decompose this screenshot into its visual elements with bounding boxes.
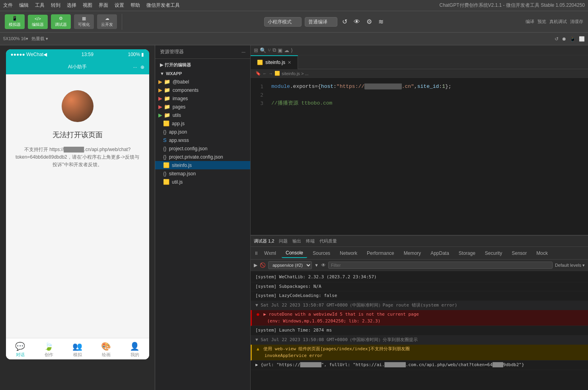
tab-simulate[interactable]: 👥 模拟 [72,341,82,358]
tab-dialog[interactable]: 💬 对话 [15,341,25,358]
expand-icon[interactable]: ⟩ [291,47,293,53]
menu-edit[interactable]: 编辑 [19,2,29,9]
file-sitemap-json[interactable]: {} sitemap.json [155,169,250,178]
project-private-icon: {} [163,154,167,160]
tab-siteinfo-js[interactable]: 🟨 siteinfo.js ✕ [251,55,298,69]
line-num-3: 3 [254,99,263,108]
project-private-name: project.private.config.json [169,154,223,160]
folder-babel[interactable]: ▶ 📁 @babel [155,78,250,86]
devtools-panel: 调试器 1,2 问题 输出 终端 代码质量 ⏸ Wxml Console Sou… [251,235,588,390]
search-icon[interactable]: 🔍 [260,47,266,53]
console-line-2: [system] Subpackages: N/A [251,282,588,292]
real-debug-button[interactable]: ⚙ [365,16,374,27]
split-icon[interactable]: ⊞ [254,47,258,53]
tab-memory[interactable]: Memory [400,249,425,258]
devtools-top-tab-debugger[interactable]: 调试器 1,2 [254,238,274,244]
run-icon[interactable]: ▶ [254,262,257,268]
compile-select[interactable]: 普通编译 [305,17,337,27]
camera-icon[interactable]: ⊕ [140,64,144,70]
clear-label: 清缓存 [570,19,583,25]
cloud-button[interactable]: ☁ 云开发 [97,14,117,29]
refresh-icon[interactable]: ↺ [555,36,559,42]
menu-goto[interactable]: 转到 [51,2,60,9]
app-json-icon: {} [163,129,167,135]
menu-interface[interactable]: 界面 [99,2,108,9]
phone-frame-icon[interactable]: 📱 [570,36,576,42]
tab-performance[interactable]: Performance [363,249,398,258]
toolbar-right: 编译 预览 真机调试 清缓存 [526,19,583,25]
code-area[interactable]: module.exports={host:"https://██████████… [267,78,588,235]
folder-images[interactable]: ▶ 📁 images [155,94,250,103]
file-app-js[interactable]: 🟨 app.js [155,119,250,128]
file-util-js[interactable]: 🟨 util.js [155,178,250,186]
folder-components-name: components [173,87,199,93]
menu-wechat-devtools[interactable]: 微信开发者工具 [146,2,180,9]
editor-and-devtools: ⊞ 🔍 ⑂ ⧉ ▣ ☁ ⟩ 🟨 siteinfo.js ✕ 🔖 [251,45,588,390]
zoom-level[interactable]: 5X100% 16▾ [3,36,28,41]
tab-storage[interactable]: Storage [455,249,479,258]
file-app-json[interactable]: {} app.json [155,128,250,136]
clear-console-icon[interactable]: 🚫 [260,262,266,268]
menu-file[interactable]: 文件 [3,2,13,9]
back-icon[interactable]: ← [263,71,267,76]
record-icon[interactable]: ⏺ [562,36,567,42]
folder-components[interactable]: ▶ 📁 components [155,86,250,94]
simulator-button[interactable]: 📱 模拟器 [5,14,25,29]
mode-select[interactable]: 小程序模式 [264,17,302,27]
tab-draw[interactable]: 🎨 绘画 [101,341,111,358]
file-project-config[interactable]: {} project.config.json [155,144,250,153]
file-panel-section: ▶ 打开的编辑器 ▼ WXAPP ▶ 📁 @babel ▶ 📁 componen… [155,59,250,188]
tab-security[interactable]: Security [481,249,506,258]
tab-sources[interactable]: Sources [309,249,334,258]
file-siteinfo-js[interactable]: 🟨 siteinfo.js [155,161,250,169]
tab-create[interactable]: 🍃 创作 [44,341,54,358]
devtools-top-tab-output[interactable]: 输出 [292,238,301,244]
menu-view[interactable]: 视图 [83,2,92,9]
file-app-wxss[interactable]: S app.wxss [155,136,250,144]
copy-icon[interactable]: ⧉ [273,47,276,53]
terminal-icon[interactable]: ☁ [284,47,289,53]
phone-battery: 100% ▮ [128,52,144,57]
tab-network[interactable]: Network [336,249,361,258]
devtools-top-tab-problems[interactable]: 问题 [279,238,288,244]
tab-wxml[interactable]: Wxml [260,249,280,258]
tab-appdata[interactable]: AppData [426,249,453,258]
phone-icon: 📱 [12,16,18,21]
folder-pages[interactable]: ▶ 📁 pages [155,103,250,111]
default-levels-label[interactable]: Default levels ▾ [555,263,585,268]
visualize-label: 可视化 [78,22,90,27]
tab-mock[interactable]: Mock [532,249,552,258]
menu-settings[interactable]: 设置 [115,2,124,9]
close-tab-icon[interactable]: ✕ [288,60,291,65]
refresh-button[interactable]: ↺ [341,16,349,27]
menu-tools[interactable]: 工具 [35,2,45,9]
preview-mode-button[interactable]: 👁 [352,17,362,27]
pause-icon[interactable]: ⏸ [254,250,259,256]
menu-help[interactable]: 帮助 [130,2,140,9]
filter-input[interactable] [328,262,553,269]
editor-button[interactable]: </> 编辑器 [28,15,48,29]
file-project-private[interactable]: {} project.private.config.json [155,153,250,161]
open-editors-section[interactable]: ▶ 打开的编辑器 [155,60,250,70]
wxapp-section[interactable]: ▼ WXAPP [155,70,250,78]
menu-select[interactable]: 选择 [67,2,76,9]
visualize-button[interactable]: ▦ 可视化 [74,14,94,29]
rotate-icon[interactable]: ⬜ [579,36,585,42]
more-icon[interactable]: ··· [133,64,137,70]
clear-cache-button[interactable]: ≋ [377,16,385,27]
hotload-button[interactable]: 热重载 ▾ [31,36,48,42]
tab-mine[interactable]: 👤 我的 [130,341,140,358]
eye-icon[interactable]: 👁 [321,262,326,268]
devtools-sub-tabs: ⏸ Wxml Console Sources Network Performan… [251,247,588,260]
tab-console[interactable]: Console [282,248,307,258]
source-control-icon[interactable]: ⑂ [268,47,271,53]
devtools-top-tab-quality[interactable]: 代码质量 [319,238,337,244]
context-select[interactable]: appservice (#2) [268,261,312,269]
folder-utils[interactable]: ▶ 📁 utils [155,111,250,119]
more-options-icon[interactable]: ··· [241,49,245,55]
debugger-button[interactable]: ⚙ 调试器 [51,14,71,29]
split-panel-icon[interactable]: ▣ [278,47,282,53]
tab-sensor[interactable]: Sensor [508,249,531,258]
devtools-top-tab-terminal[interactable]: 终端 [306,238,315,244]
forward-icon[interactable]: → [269,71,273,76]
